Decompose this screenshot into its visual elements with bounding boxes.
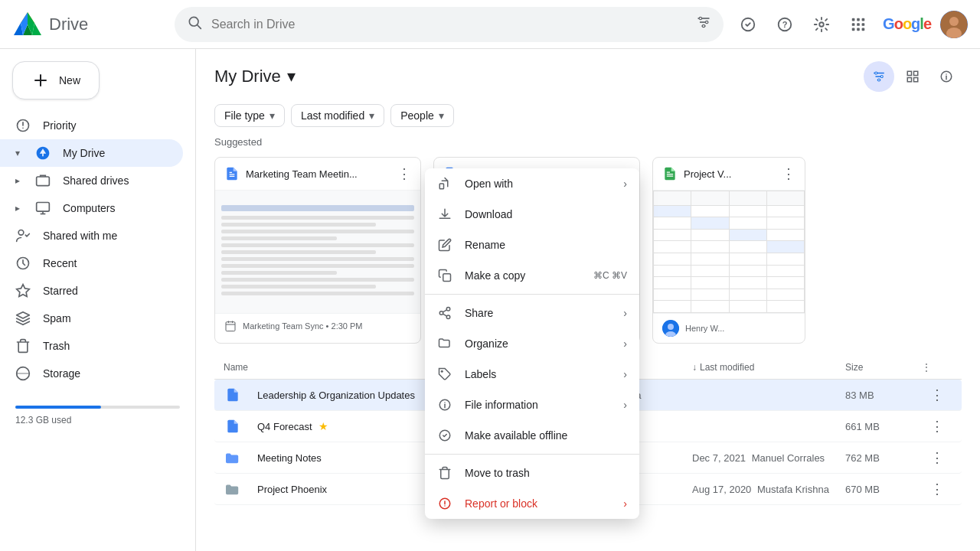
sidebar-item-trash[interactable]: Trash — [0, 332, 183, 360]
menu-item-trash[interactable]: Move to trash — [425, 458, 639, 488]
svg-point-14 — [702, 24, 704, 27]
offline-icon — [437, 428, 452, 443]
search-bar[interactable] — [175, 7, 724, 42]
shared-drives-expand-icon: ▸ — [15, 175, 20, 186]
labels-label: Labels — [465, 368, 611, 380]
open-with-arrow: › — [623, 178, 627, 190]
svg-rect-48 — [907, 78, 911, 82]
user-avatar[interactable] — [940, 11, 968, 38]
sidebar-item-priority[interactable]: Priority — [0, 112, 183, 139]
file-info-arrow: › — [623, 399, 627, 411]
leadership-actions[interactable]: ⋮ — [922, 386, 952, 403]
sidebar-item-computers[interactable]: ▸ Computers — [0, 194, 183, 222]
header-modified[interactable]: ↓ Last modified — [692, 362, 845, 373]
filters-row: File type ▾ Last modified ▾ People ▾ — [196, 101, 980, 136]
card-preview-marketing — [215, 191, 420, 313]
docs-icon-q4forecast — [224, 417, 242, 435]
menu-item-share[interactable]: Share › — [425, 298, 639, 328]
filter-file-type-label: File type — [224, 109, 265, 122]
filter-chip-people[interactable]: People ▾ — [390, 104, 454, 127]
search-icon — [187, 15, 202, 34]
svg-point-43 — [875, 72, 877, 74]
trash-icon — [15, 338, 31, 354]
svg-rect-25 — [852, 28, 855, 31]
meeting-notes-menu-icon[interactable]: ⋮ — [930, 449, 944, 466]
card-footer-text-marketing: Marketing Team Sync • 2:30 PM — [243, 321, 363, 331]
tune-icon[interactable] — [696, 15, 711, 34]
menu-item-rename[interactable]: Rename — [425, 230, 639, 260]
svg-point-12 — [699, 17, 701, 19]
sidebar-item-my-drive[interactable]: ▾ My Drive — [0, 139, 183, 167]
filter-last-modified-arrow: ▾ — [369, 109, 374, 122]
svg-text:?: ? — [782, 19, 788, 28]
header-size: Size — [845, 362, 922, 373]
grid-view-button[interactable] — [897, 61, 928, 92]
search-input[interactable] — [211, 18, 687, 31]
project-phoenix-actions[interactable]: ⋮ — [922, 481, 952, 497]
svg-point-69 — [439, 311, 443, 315]
sidebar-item-recent[interactable]: Recent — [0, 249, 183, 277]
sidebar-item-shared-with-me[interactable]: Shared with me — [0, 222, 183, 249]
menu-divider-1 — [425, 294, 639, 295]
leadership-name: Leadership & Organization Updates — [257, 390, 415, 401]
menu-item-organize[interactable]: Organize › — [425, 328, 639, 359]
card-project-v[interactable]: Project V... ⋮ — [652, 157, 805, 344]
card-menu-marketing[interactable]: ⋮ — [397, 165, 411, 182]
info-button[interactable] — [931, 61, 962, 92]
menu-item-file-info[interactable]: File information › — [425, 390, 639, 420]
menu-item-report[interactable]: Report or block › — [425, 488, 639, 519]
help-button[interactable]: ? — [769, 9, 800, 40]
svg-line-71 — [443, 314, 446, 316]
sidebar-label-my-drive: My Drive — [63, 147, 105, 159]
card-marketing-meeting[interactable]: Marketing Team Meetin... ⋮ — [214, 157, 421, 344]
svg-rect-24 — [862, 23, 865, 26]
drive-title[interactable]: My Drive ▾ — [214, 67, 296, 86]
docs-icon-leadership — [224, 386, 242, 404]
card-title-row-projectv: Project V... — [662, 166, 782, 181]
menu-item-labels[interactable]: Labels › — [425, 359, 639, 390]
apps-button[interactable] — [843, 9, 874, 40]
help-check-button[interactable] — [733, 9, 763, 40]
calendar-icon — [224, 320, 237, 332]
sidebar-item-spam[interactable]: Spam — [0, 305, 183, 332]
menu-item-make-copy[interactable]: Make a copy ⌘C ⌘V — [425, 260, 639, 291]
svg-rect-20 — [857, 18, 860, 21]
google-logo: Google — [883, 15, 931, 33]
svg-line-8 — [198, 25, 201, 29]
q4forecast-actions[interactable]: ⋮ — [922, 418, 952, 435]
sidebar-label-recent: Recent — [43, 257, 77, 269]
sidebar-item-shared-drives[interactable]: ▸ Shared drives — [0, 167, 183, 194]
project-phoenix-menu-icon[interactable]: ⋮ — [930, 481, 944, 497]
leadership-menu-icon[interactable]: ⋮ — [930, 386, 944, 403]
copy-icon — [437, 268, 452, 283]
menu-item-open-with[interactable]: Open with › — [425, 168, 639, 199]
sidebar-item-starred[interactable]: Starred — [0, 277, 183, 305]
download-label: Download — [465, 208, 627, 220]
filter-chip-last-modified[interactable]: Last modified ▾ — [291, 104, 384, 127]
meeting-notes-actions[interactable]: ⋮ — [922, 449, 952, 466]
q4forecast-menu-icon[interactable]: ⋮ — [930, 418, 944, 435]
meeting-notes-name: Meeting Notes — [257, 452, 322, 464]
svg-rect-56 — [226, 322, 235, 331]
settings-button[interactable] — [806, 9, 837, 40]
project-phoenix-name: Project Phoenix — [257, 484, 327, 495]
header-actions-col: ⋮ — [922, 362, 952, 373]
trash-icon-menu — [437, 465, 452, 481]
svg-rect-63 — [667, 174, 673, 174]
sidebar-item-storage[interactable]: Storage — [0, 360, 183, 387]
svg-rect-34 — [37, 203, 50, 212]
svg-rect-19 — [852, 18, 855, 21]
filter-button[interactable] — [864, 61, 894, 92]
card-title-row-marketing: Marketing Team Meetin... — [224, 166, 397, 181]
sidebar-label-starred: Starred — [43, 285, 78, 297]
card-footer-marketing: Marketing Team Sync • 2:30 PM — [215, 313, 420, 338]
svg-point-52 — [946, 73, 947, 75]
menu-item-download[interactable]: Download — [425, 199, 639, 230]
q4forecast-star: ★ — [318, 420, 328, 432]
context-menu: Open with › Download Rename — [425, 168, 639, 519]
filter-chip-file-type[interactable]: File type ▾ — [214, 104, 285, 127]
menu-item-offline[interactable]: Make available offline — [425, 420, 639, 451]
new-button[interactable]: New — [12, 61, 100, 99]
card-menu-projectv[interactable]: ⋮ — [782, 165, 795, 182]
sidebar-label-priority: Priority — [43, 119, 77, 132]
